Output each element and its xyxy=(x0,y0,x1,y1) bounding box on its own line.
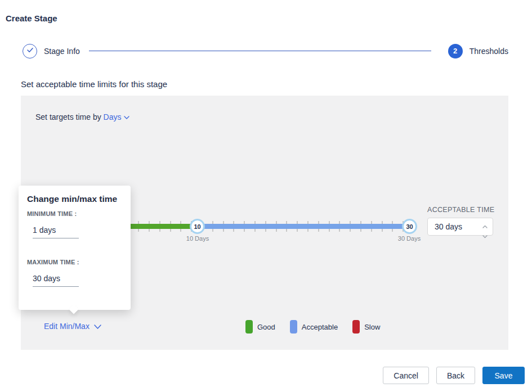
maximum-time-input[interactable] xyxy=(33,274,79,287)
popover-title: Change min/max time xyxy=(27,194,117,204)
legend-item-slow: Slow xyxy=(352,320,380,334)
legend-item-good: Good xyxy=(245,320,275,334)
legend: Good Acceptable Slow xyxy=(245,320,380,334)
good-swatch xyxy=(245,320,253,334)
stepper-connector-line xyxy=(89,51,431,51)
acceptable-time-input[interactable]: 30 days xyxy=(427,218,493,236)
step-stage-info-label: Stage Info xyxy=(44,47,80,56)
step-thresholds-indicator[interactable]: 2 xyxy=(448,44,463,58)
slider-max-handle-value: 30 xyxy=(406,223,413,230)
set-targets-row: Set targets time by Days xyxy=(35,112,129,121)
legend-label: Acceptable xyxy=(302,323,338,331)
unit-dropdown-value: Days xyxy=(104,112,122,121)
slider-track-acceptable[interactable] xyxy=(198,224,409,229)
slow-swatch xyxy=(352,320,360,334)
legend-label: Slow xyxy=(364,323,380,331)
page-title: Create Stage xyxy=(6,13,57,23)
edit-minmax-label: Edit Min/Max xyxy=(44,322,90,331)
set-targets-prefix: Set targets time by xyxy=(35,112,101,121)
stepper: Stage Info 2 Thresholds xyxy=(23,43,508,58)
cancel-button[interactable]: Cancel xyxy=(383,367,429,384)
step-thresholds-label: Thresholds xyxy=(470,47,508,56)
slider-min-handle-value: 10 xyxy=(194,223,200,230)
unit-dropdown[interactable]: Days xyxy=(104,112,129,121)
acceptable-time-label: ACCEPTABLE TIME xyxy=(427,206,494,214)
change-minmax-popover: Change min/max time MINIMUM TIME : MAXIM… xyxy=(19,186,131,310)
minimum-time-input[interactable] xyxy=(33,226,79,238)
slider-min-label: 10 Days xyxy=(175,235,220,242)
check-icon xyxy=(25,45,35,57)
slider-max-handle[interactable]: 30 xyxy=(402,219,417,234)
edit-minmax-link[interactable]: Edit Min/Max xyxy=(44,322,101,331)
legend-item-acceptable: Acceptable xyxy=(290,320,338,334)
chevron-up-icon[interactable] xyxy=(482,220,488,231)
chevron-down-icon xyxy=(94,322,101,331)
save-button[interactable]: Save xyxy=(482,367,525,384)
legend-label: Good xyxy=(257,323,275,331)
create-stage-page: Create Stage Stage Info 2 Thresholds Set… xyxy=(0,0,532,392)
chevron-down-icon xyxy=(124,112,129,121)
footer-actions: Cancel Back Save xyxy=(383,367,525,384)
slider-min-handle[interactable]: 10 xyxy=(190,219,205,234)
acceptable-time-value: 30 days xyxy=(435,222,462,231)
chevron-down-icon[interactable] xyxy=(482,231,488,241)
slider-max-label: 30 Days xyxy=(387,235,432,242)
acceptable-swatch xyxy=(290,320,297,334)
step-number: 2 xyxy=(453,47,457,55)
maximum-time-label: MAXIMUM TIME : xyxy=(27,259,79,265)
acceptable-time-stepper[interactable] xyxy=(481,220,488,234)
back-button[interactable]: Back xyxy=(436,367,475,384)
section-subtitle: Set acceptable time limits for this stag… xyxy=(21,79,167,89)
step-stage-info-indicator[interactable] xyxy=(23,44,37,58)
minimum-time-label: MINIMUM TIME : xyxy=(27,210,77,217)
